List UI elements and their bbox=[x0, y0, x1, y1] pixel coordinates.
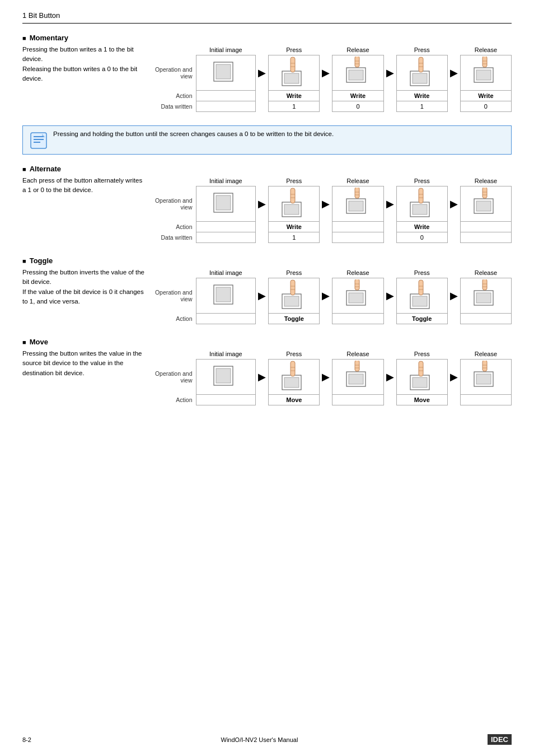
data-cell bbox=[460, 232, 511, 243]
section-title: Alternate bbox=[22, 165, 512, 173]
col-header: Press bbox=[396, 45, 447, 55]
arrow-header bbox=[383, 45, 396, 55]
arrow-cell: ▶ bbox=[256, 55, 269, 91]
initial-img-cell bbox=[196, 360, 256, 395]
action-arrow bbox=[383, 222, 396, 232]
action-cell bbox=[460, 314, 511, 324]
action-cell-initial bbox=[196, 395, 256, 405]
action-cell: Toggle bbox=[269, 314, 320, 324]
col-header-initial: Initial image bbox=[196, 268, 256, 278]
press-img-cell bbox=[396, 278, 447, 314]
press-img-cell bbox=[269, 278, 320, 314]
col-header: Release bbox=[460, 349, 511, 360]
arrow-cell: ▶ bbox=[320, 278, 332, 314]
desc-para: Pressing the button inverts the value of… bbox=[22, 268, 146, 287]
action-arrow bbox=[383, 314, 396, 324]
action-cell: Write bbox=[269, 91, 320, 101]
col-header: Press bbox=[396, 176, 447, 186]
col-header: Release bbox=[332, 176, 383, 186]
diagram-container: Initial imagePressReleasePressRelease Op… bbox=[151, 268, 512, 324]
data-cell: 1 bbox=[269, 232, 320, 243]
data-arrow bbox=[447, 232, 460, 243]
action-cell-initial bbox=[196, 91, 256, 101]
press-img-cell bbox=[396, 360, 447, 395]
data-cell-initial bbox=[196, 101, 256, 112]
header-row: Initial imagePressReleasePressRelease bbox=[151, 349, 512, 360]
svg-rect-59 bbox=[216, 368, 231, 383]
arrow-cell: ▶ bbox=[447, 55, 460, 91]
col-header: Release bbox=[332, 268, 383, 278]
page-header: 1 Bit Button bbox=[22, 11, 512, 24]
section-toggle: Toggle Pressing the button inverts the v… bbox=[22, 256, 512, 324]
data-arrow bbox=[447, 101, 460, 112]
data-cell bbox=[332, 232, 383, 243]
note-box: Pressing and holding the button until th… bbox=[22, 125, 512, 155]
svg-rect-21 bbox=[34, 142, 40, 143]
initial-img-cell bbox=[196, 278, 256, 314]
section-title: Move bbox=[22, 338, 512, 346]
press-img-cell bbox=[396, 186, 447, 222]
page-number: 8-2 bbox=[22, 736, 31, 743]
action-cell: Move bbox=[269, 395, 320, 405]
desc-para: Pressing the button writes the value in … bbox=[22, 349, 146, 378]
arrow-header bbox=[447, 349, 460, 360]
release-img-cell bbox=[332, 186, 383, 222]
svg-rect-55 bbox=[476, 293, 491, 303]
data-row: Data written1010 bbox=[151, 101, 512, 112]
data-cell: 0 bbox=[332, 101, 383, 112]
header-row: Initial imagePressReleasePressRelease bbox=[151, 268, 512, 278]
action-arrow bbox=[320, 91, 332, 101]
col-header-initial: Initial image bbox=[196, 45, 256, 55]
note-text: Pressing and holding the button until th… bbox=[53, 130, 334, 137]
col-header-initial: Initial image bbox=[196, 176, 256, 186]
data-arrow bbox=[383, 232, 396, 243]
manual-title: WindO/I-NV2 User's Manual bbox=[221, 736, 298, 743]
action-arrow bbox=[447, 222, 460, 232]
col-header: Release bbox=[460, 176, 511, 186]
svg-rect-20 bbox=[34, 139, 44, 140]
section-desc: Pressing the button writes the value in … bbox=[22, 349, 146, 378]
press-img-cell bbox=[396, 55, 447, 91]
action-arrow bbox=[320, 222, 332, 232]
arrow-cell: ▶ bbox=[320, 186, 332, 222]
section-desc: Each press of the button alternately wri… bbox=[22, 176, 146, 195]
release-img-cell bbox=[332, 55, 383, 91]
desc-para: Each press of the button alternately wri… bbox=[22, 176, 146, 195]
data-cell: 1 bbox=[396, 101, 447, 112]
svg-rect-23 bbox=[216, 195, 231, 210]
arrow-header bbox=[256, 268, 269, 278]
images-row: Operation and view ▶ ▶ ▶ bbox=[151, 55, 512, 91]
diagram-container: Initial imagePressReleasePressRelease Op… bbox=[151, 45, 512, 112]
action-arrow bbox=[256, 395, 269, 405]
header-spacer bbox=[151, 45, 196, 55]
arrow-header bbox=[383, 349, 396, 360]
action-row: ActionWriteWriteWriteWrite bbox=[151, 91, 512, 101]
action-cell bbox=[332, 222, 383, 232]
action-cell: Move bbox=[396, 395, 447, 405]
press-img-cell bbox=[269, 360, 320, 395]
press-img-cell bbox=[269, 55, 320, 91]
svg-rect-33 bbox=[413, 204, 427, 214]
col-header: Press bbox=[269, 176, 320, 186]
col-header: Release bbox=[332, 45, 383, 55]
data-arrow bbox=[320, 232, 332, 243]
section-body: Pressing the button writes a 1 to the bi… bbox=[22, 45, 512, 112]
header-spacer bbox=[151, 349, 196, 360]
svg-rect-73 bbox=[476, 374, 491, 384]
section-body: Pressing the button writes the value in … bbox=[22, 349, 512, 405]
arrow-header bbox=[447, 176, 460, 186]
action-arrow bbox=[320, 314, 332, 324]
action-cell: Write bbox=[396, 91, 447, 101]
op-label: Operation and view bbox=[151, 186, 196, 222]
action-cell: Write bbox=[396, 222, 447, 232]
svg-rect-41 bbox=[216, 287, 231, 302]
arrow-header bbox=[256, 349, 269, 360]
arrow-cell: ▶ bbox=[383, 186, 396, 222]
action-arrow bbox=[383, 91, 396, 101]
action-arrow bbox=[320, 395, 332, 405]
section-momentary: Momentary Pressing the button writes a 1… bbox=[22, 34, 512, 112]
svg-rect-65 bbox=[349, 374, 363, 384]
desc-para: Releasing the button writes a 0 to the b… bbox=[22, 64, 146, 84]
section-body: Each press of the button alternately wri… bbox=[22, 176, 512, 243]
arrow-cell: ▶ bbox=[256, 278, 269, 314]
